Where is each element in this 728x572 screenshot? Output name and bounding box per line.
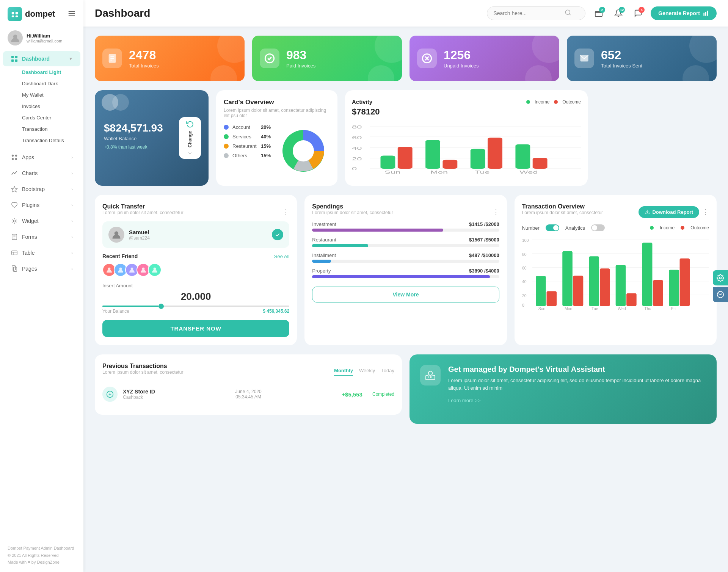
spending-item-property: Property $3890 /$4000 xyxy=(312,268,499,278)
svg-text:40: 40 xyxy=(352,146,362,150)
chart-icon xyxy=(11,169,18,177)
activity-card: Activity Income Outcome $78120 80 60 xyxy=(345,90,588,186)
bell-icon-btn[interactable]: 12 xyxy=(611,6,626,20)
sidebar-item-table[interactable]: Table › xyxy=(3,245,80,260)
search-input[interactable] xyxy=(493,10,562,16)
sidebar-item-dashboard-dark[interactable]: Dashboard Dark xyxy=(11,78,80,89)
spendings-menu-button[interactable]: ⋮ xyxy=(493,208,499,216)
to-income-dot xyxy=(650,226,654,230)
services-label: Services xyxy=(232,134,257,139)
svg-text:0: 0 xyxy=(352,166,357,171)
featured-contact: Samuel @sam224 xyxy=(102,221,289,248)
see-all-link[interactable]: See All xyxy=(274,254,289,259)
your-balance-amount: $ 456,345.62 xyxy=(263,309,289,314)
sidebar-item-plugins[interactable]: Plugins › xyxy=(3,197,80,213)
view-more-button[interactable]: View More xyxy=(312,287,499,302)
to-outcome-label: Outcome xyxy=(690,225,709,230)
sidebar-item-transaction[interactable]: Transaction xyxy=(11,124,80,135)
svg-rect-9 xyxy=(15,56,17,58)
user-email: william@gmail.com xyxy=(27,39,62,43)
prev-tx-subtitle: Lorem ipsum dolor sit amet, consectetur xyxy=(102,370,183,375)
va-subtitle: Lorem ipsum dolor sit amet, consectetur … xyxy=(448,377,706,392)
paid-invoices-label: Paid Invoices xyxy=(286,63,315,69)
quick-transfer-menu-button[interactable]: ⋮ xyxy=(282,208,289,216)
insert-amount-label: Insert Amount xyxy=(102,283,289,288)
change-button[interactable]: Change xyxy=(179,117,201,159)
virtual-assistant-banner: Get managed by Dompet's Virtual Assistan… xyxy=(410,354,717,424)
chevron-right-icon6: › xyxy=(71,235,73,239)
svg-rect-86 xyxy=(562,251,573,306)
svg-point-69 xyxy=(131,268,133,270)
svg-rect-2 xyxy=(12,16,14,17)
svg-text:80: 80 xyxy=(352,125,362,129)
sidebar-plugins-label: Plugins xyxy=(22,202,67,208)
wallet-icon-btn[interactable]: 2 xyxy=(592,6,606,20)
svg-rect-59 xyxy=(488,138,502,169)
va-learn-more-link[interactable]: Learn more >> xyxy=(448,398,480,403)
spendings-subtitle: Lorem ipsum dolor sit amet, consectetur xyxy=(312,210,393,215)
sidebar-item-transaction-details[interactable]: Transaction Details xyxy=(11,135,80,146)
legend-restaurant: Restaurant 15% xyxy=(224,143,271,149)
transfer-now-button[interactable]: TRANSFER NOW xyxy=(102,320,289,337)
chat-badge: 5 xyxy=(639,7,645,13)
tab-weekly[interactable]: Weekly xyxy=(359,368,375,376)
your-balance-label: Your Balance xyxy=(102,309,129,314)
download-report-button[interactable]: Download Report xyxy=(639,206,699,218)
sidebar-item-apps[interactable]: Apps › xyxy=(3,150,80,165)
sidebar-item-cards-center[interactable]: Cards Center xyxy=(11,112,80,123)
chat-icon-btn[interactable]: 5 xyxy=(631,6,645,20)
content-area: 2478 Total Invoices 983 Paid Invoices xyxy=(83,27,728,572)
account-pct: 20% xyxy=(261,124,271,130)
svg-rect-60 xyxy=(515,144,530,169)
svg-text:Tue: Tue xyxy=(592,307,598,311)
number-toggle[interactable] xyxy=(546,224,559,231)
sidebar-item-dashboard[interactable]: Dashboard ▼ xyxy=(3,51,80,66)
sidebar-charts-label: Charts xyxy=(22,170,67,176)
activity-amount: $78120 xyxy=(352,107,581,117)
unpaid-icon xyxy=(417,49,437,68)
sidebar-item-forms[interactable]: Forms › xyxy=(3,229,80,244)
cards-overview-subtitle: Lorem ipsum dolor sit amet, consectetur … xyxy=(224,108,330,118)
sidebar-item-widget[interactable]: Widget › xyxy=(3,213,80,229)
chevron-right-icon7: › xyxy=(71,251,73,255)
svg-text:Mon: Mon xyxy=(565,307,573,311)
unpaid-invoices-number: 1256 xyxy=(444,48,479,62)
account-label: Account xyxy=(232,124,257,130)
stat-card-total-invoices: 2478 Total Invoices xyxy=(95,36,245,81)
sidebar-bootstrap-label: Bootstrap xyxy=(22,186,67,192)
analytics-toggle[interactable] xyxy=(591,224,605,231)
svg-text:20: 20 xyxy=(352,157,362,161)
hamburger-button[interactable] xyxy=(64,9,76,19)
theme-side-button[interactable] xyxy=(713,287,728,302)
tx-amount: +$5,553 xyxy=(342,391,362,398)
cards-overview-title: Card's Overview xyxy=(224,99,330,106)
sidebar-item-pages[interactable]: Pages › xyxy=(3,261,80,276)
tx-type: Cashback xyxy=(123,395,155,400)
amount-slider[interactable] xyxy=(102,306,289,307)
contact-avatar xyxy=(108,227,124,243)
prev-tx-title: Previous Transactions xyxy=(102,363,183,370)
tab-today[interactable]: Today xyxy=(381,368,394,376)
chevron-right-icon: › xyxy=(71,155,73,160)
sidebar-item-my-wallet[interactable]: My Wallet xyxy=(11,89,80,100)
others-pct: 15% xyxy=(261,153,271,158)
friend-avatar-5 xyxy=(148,263,162,277)
sidebar-item-charts[interactable]: Charts › xyxy=(3,166,80,181)
svg-rect-90 xyxy=(615,265,626,306)
sidebar: dompet Hi,William william@gmail.com Dash… xyxy=(0,0,83,572)
settings-side-button[interactable] xyxy=(713,270,728,285)
generate-report-button[interactable]: Generate Report xyxy=(651,6,717,20)
header: Dashboard 2 12 5 Generate Report xyxy=(83,0,728,27)
tab-monthly[interactable]: Monthly xyxy=(334,368,353,376)
chevron-right-icon3: › xyxy=(71,187,73,191)
restaurant-pct: 15% xyxy=(261,143,271,149)
sidebar-footer: Dompet Payment Admin Dashboard © 2021 Al… xyxy=(0,540,83,566)
tx-date: June 4, 2020 05:34:45 AM xyxy=(160,389,337,400)
sidebar-item-bootstrap[interactable]: Bootstrap › xyxy=(3,182,80,197)
search-box[interactable] xyxy=(487,6,585,20)
sidebar-item-invoices[interactable]: Invoices xyxy=(11,101,80,112)
transaction-overview-menu-button[interactable]: ⋮ xyxy=(702,208,709,216)
quick-transfer-card: Quick Transfer Lorem ipsum dolor sit ame… xyxy=(95,195,297,345)
recent-friends-label: Recent Friend xyxy=(102,253,138,259)
sidebar-item-dashboard-light[interactable]: Dashboard Light xyxy=(11,67,80,78)
